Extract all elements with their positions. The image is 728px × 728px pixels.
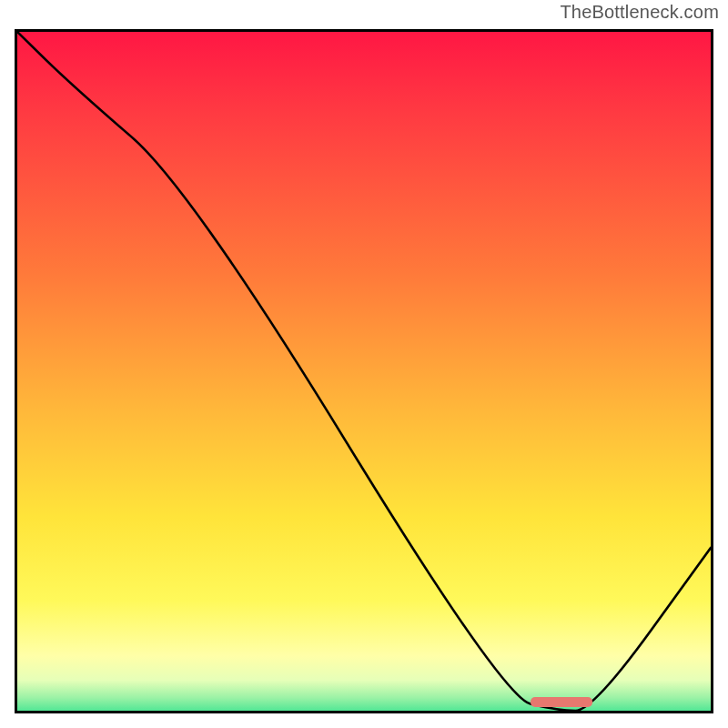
- watermark-text: TheBottleneck.com: [560, 2, 719, 23]
- optimal-marker: [531, 697, 593, 707]
- plot-area: [15, 29, 713, 713]
- bottleneck-curve: [17, 32, 711, 711]
- curve-overlay: [17, 32, 711, 711]
- chart-container: TheBottleneck.com: [0, 0, 728, 728]
